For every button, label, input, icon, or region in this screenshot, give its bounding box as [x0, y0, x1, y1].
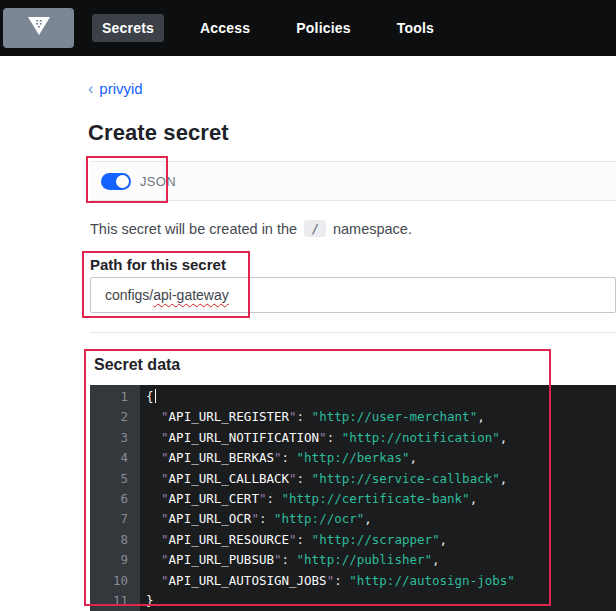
section-divider [90, 332, 616, 333]
code-content: } [140, 591, 154, 611]
json-toggle[interactable] [101, 173, 131, 190]
code-content: "API_URL_BERKAS": "http://berkas", [140, 448, 417, 468]
code-line: 2 "API_URL_REGISTER": "http://user-merch… [90, 407, 616, 427]
line-number: 3 [90, 428, 140, 448]
code-content: "API_URL_RESOURCE": "http://scrapper", [140, 530, 447, 550]
secret-data-heading: Secret data [94, 356, 180, 374]
nav-tab-secrets[interactable]: Secrets [92, 14, 164, 42]
editor-lines: 1{2 "API_URL_REGISTER": "http://user-mer… [90, 385, 616, 611]
code-line: 10 "API_URL_AUTOSIGN_JOBS": "http://auto… [90, 571, 616, 591]
json-code-editor[interactable]: 1{2 "API_URL_REGISTER": "http://user-mer… [90, 385, 616, 611]
namespace-badge: / [304, 220, 326, 237]
line-number: 9 [90, 550, 140, 570]
path-value-spellchecked: api-gateway [153, 287, 229, 303]
line-number: 5 [90, 469, 140, 489]
line-number: 10 [90, 571, 140, 591]
namespace-note-before: This secret will be created in the [90, 221, 297, 237]
code-content: "API_URL_OCR": "http://ocr", [140, 509, 372, 529]
breadcrumb-label: privyid [99, 80, 142, 97]
code-content: { [140, 387, 156, 407]
code-line: 5 "API_URL_CALLBACK": "http://service-ca… [90, 469, 616, 489]
line-number: 1 [90, 387, 140, 407]
code-line: 9 "API_URL_PUBSUB": "http://publisher", [90, 550, 616, 570]
editor-options-toolbar: JSON [90, 161, 616, 201]
code-content: "API_URL_CALLBACK": "http://service-call… [140, 469, 507, 489]
vault-logo-button[interactable] [3, 8, 74, 48]
nav-tab-tools[interactable]: Tools [387, 14, 444, 42]
code-line: 4 "API_URL_BERKAS": "http://berkas", [90, 448, 616, 468]
line-number: 7 [90, 509, 140, 529]
path-value-prefix: configs/ [105, 287, 153, 303]
page-title: Create secret [88, 120, 229, 146]
code-line: 8 "API_URL_RESOURCE": "http://scrapper", [90, 530, 616, 550]
nav-tab-policies[interactable]: Policies [286, 14, 361, 42]
code-content: "API_URL_NOTIFICATION": "http://notifica… [140, 428, 507, 448]
vault-logo-icon [27, 17, 51, 40]
code-line: 7 "API_URL_OCR": "http://ocr", [90, 509, 616, 529]
top-navbar: Secrets Access Policies Tools [0, 0, 616, 56]
vault-create-secret-page: Secrets Access Policies Tools ‹ privyid … [0, 0, 616, 611]
code-line: 6 "API_URL_CERT": "http://certificate-ba… [90, 489, 616, 509]
code-content: "API_URL_AUTOSIGN_JOBS": "http://autosig… [140, 571, 515, 591]
line-number: 2 [90, 407, 140, 427]
code-content: "API_URL_CERT": "http://certificate-bank… [140, 489, 477, 509]
namespace-note-after: namespace. [333, 221, 412, 237]
code-line: 11} [90, 591, 616, 611]
primary-nav: Secrets Access Policies Tools [92, 0, 444, 56]
line-number: 8 [90, 530, 140, 550]
chevron-left-icon: ‹ [88, 81, 93, 97]
line-number: 11 [90, 591, 140, 611]
code-line: 3 "API_URL_NOTIFICATION": "http://notifi… [90, 428, 616, 448]
namespace-note: This secret will be created in the / nam… [90, 220, 412, 237]
breadcrumb-back-link[interactable]: ‹ privyid [88, 80, 143, 97]
line-number: 4 [90, 448, 140, 468]
code-line: 1{ [90, 387, 616, 407]
code-content: "API_URL_PUBSUB": "http://publisher", [140, 550, 440, 570]
text-cursor [155, 389, 157, 403]
line-number: 6 [90, 489, 140, 509]
code-content: "API_URL_REGISTER": "http://user-merchan… [140, 407, 485, 427]
secret-path-input[interactable]: configs/api-gateway [90, 277, 616, 313]
json-toggle-label: JSON [140, 174, 176, 189]
json-toggle-knob [116, 175, 129, 188]
nav-tab-access[interactable]: Access [190, 14, 260, 42]
path-field-label: Path for this secret [90, 256, 226, 273]
